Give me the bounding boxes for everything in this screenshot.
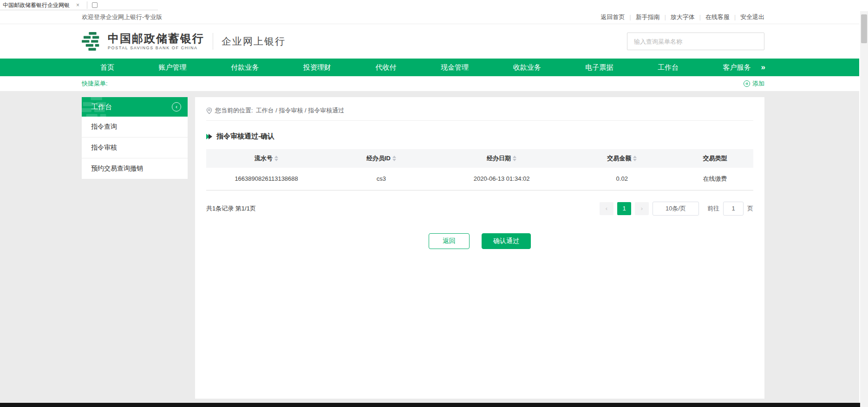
sort-caret-icon[interactable]	[633, 156, 637, 161]
breadcrumb: 您当前的位置: 工作台 / 指令审核 / 指令审核通过	[206, 97, 753, 121]
table-cell: cs3	[326, 168, 436, 190]
bank-brand: 中国邮政储蓄银行 POSTAL SAVINGS BANK OF CHINA	[108, 33, 204, 50]
table-cell: 在线缴费	[677, 168, 753, 190]
sidebar-item-2[interactable]: 预约交易查询撤销	[82, 158, 188, 179]
table-row: 1663890826113138688cs32020-06-13 01:34:0…	[206, 168, 753, 190]
new-tab-button[interactable]	[92, 2, 98, 8]
action-buttons: 返回 确认通过	[206, 233, 753, 249]
main-nav: 首页账户管理付款业务投资理财代收付现金管理收款业务电子票据工作台 客户服务 »	[0, 59, 859, 76]
bank-name-en: POSTAL SAVINGS BANK OF CHINA	[108, 46, 204, 50]
nav-item-6[interactable]: 收款业务	[513, 59, 541, 76]
browser-tab[interactable]: 中国邮政储蓄银行企业网银 ×	[0, 0, 98, 10]
nav-item-0[interactable]: 首页	[100, 59, 114, 76]
browser-tab-strip: 中国邮政储蓄银行企业网银 ×	[0, 0, 868, 10]
scrollbar-thumb[interactable]	[861, 14, 867, 43]
tab-separator	[87, 1, 87, 9]
table-footer: 共1条记录 第1/1页 ‹ 1 › 10条/页 前往 页	[206, 202, 753, 216]
goto-label: 前往	[707, 204, 719, 213]
prev-page-button[interactable]: ‹	[600, 202, 613, 215]
bank-name-cn: 中国邮政储蓄银行	[108, 33, 204, 44]
sort-caret-icon[interactable]	[392, 156, 396, 161]
column-header-1[interactable]: 经办员ID	[326, 149, 436, 168]
tab-close-icon[interactable]: ×	[76, 2, 79, 8]
table-cell: 0.02	[567, 168, 677, 190]
column-header-4: 交易类型	[677, 149, 753, 168]
page-size-select[interactable]: 10条/页	[653, 202, 699, 216]
header-divider	[213, 33, 213, 50]
top-link-0[interactable]: 返回首页	[601, 13, 625, 21]
nav-item-3[interactable]: 投资理财	[303, 59, 331, 76]
next-page-button[interactable]: ›	[635, 202, 649, 215]
add-label: 添加	[752, 79, 764, 88]
sort-caret-icon[interactable]	[274, 156, 278, 161]
column-header-0[interactable]: 流水号	[206, 149, 326, 168]
portal-name: 企业网上银行	[222, 35, 286, 48]
nav-item-1[interactable]: 账户管理	[159, 59, 187, 76]
location-pin-icon	[206, 107, 212, 114]
tab-title: 中国邮政储蓄银行企业网银	[3, 1, 70, 9]
menu-search-input[interactable]	[627, 33, 764, 50]
nav-item-7[interactable]: 电子票据	[585, 59, 613, 76]
goto-page-input[interactable]	[723, 202, 744, 216]
nav-more-icon[interactable]: »	[761, 63, 764, 72]
back-button[interactable]: 返回	[429, 233, 470, 249]
top-link-3[interactable]: 在线客服	[705, 13, 730, 21]
audit-table: 流水号经办员ID经办日期交易金额交易类型 1663890826113138688…	[206, 149, 753, 190]
link-separator: |	[630, 14, 631, 20]
pagination: ‹ 1 › 10条/页 前往 页	[600, 202, 753, 216]
table-cell: 1663890826113138688	[206, 168, 326, 190]
site-header: 中国邮政储蓄银行 POSTAL SAVINGS BANK OF CHINA 企业…	[0, 24, 859, 59]
main-panel: 您当前的位置: 工作台 / 指令审核 / 指令审核通过 指令审核通过-确认 流水…	[195, 97, 764, 399]
top-link-4[interactable]: 安全退出	[740, 13, 764, 21]
page-body: 工作台 ‹ 指令查询指令审核预约交易查询撤销 您当前的位置: 工作台 / 指令审…	[0, 91, 859, 403]
sidebar-title: 工作台	[91, 103, 112, 112]
top-link-2[interactable]: 放大字体	[671, 13, 695, 21]
page-scrollbar[interactable]	[860, 11, 868, 407]
column-header-3[interactable]: 交易金额	[567, 149, 677, 168]
sidebar: 工作台 ‹ 指令查询指令审核预约交易查询撤销	[82, 97, 188, 399]
add-quick-menu-button[interactable]: 添加	[744, 79, 764, 88]
quick-menu-bar: 快捷菜单: 添加	[0, 76, 859, 91]
table-cell: 2020-06-13 01:34:02	[436, 168, 568, 190]
sort-caret-icon[interactable]	[513, 156, 516, 161]
link-separator: |	[734, 14, 736, 20]
psbc-logo-icon	[82, 32, 103, 51]
nav-item-customer-service[interactable]: 客户服务	[723, 59, 751, 76]
sidebar-collapse-icon[interactable]: ‹	[172, 102, 181, 112]
confirm-pass-button[interactable]: 确认通过	[482, 233, 531, 249]
welcome-bar: 欢迎登录企业网上银行-专业版 返回首页|新手指南|放大字体|在线客服|安全退出	[0, 10, 859, 24]
nav-item-5[interactable]: 现金管理	[441, 59, 469, 76]
page-unit-label: 页	[747, 204, 753, 213]
sidebar-item-1[interactable]: 指令审核	[82, 138, 188, 158]
welcome-text: 欢迎登录企业网上银行-专业版	[82, 13, 162, 21]
column-header-2[interactable]: 经办日期	[436, 149, 568, 168]
top-link-1[interactable]: 新手指南	[636, 13, 660, 21]
quick-menu-label: 快捷菜单:	[82, 79, 108, 88]
record-summary: 共1条记录 第1/1页	[206, 204, 256, 213]
link-separator: |	[699, 14, 701, 20]
top-links: 返回首页|新手指南|放大字体|在线客服|安全退出	[601, 13, 765, 21]
nav-item-8[interactable]: 工作台	[658, 59, 679, 76]
nav-item-4[interactable]: 代收付	[375, 59, 396, 76]
sidebar-header[interactable]: 工作台 ‹	[82, 97, 188, 117]
section-title: 指令审核通过-确认	[216, 132, 274, 141]
link-separator: |	[665, 14, 666, 20]
breadcrumb-path: 工作台 / 指令审核 / 指令审核通过	[256, 106, 345, 115]
sidebar-item-0[interactable]: 指令查询	[82, 117, 188, 138]
bottom-black-bar	[0, 403, 862, 407]
breadcrumb-prefix: 您当前的位置:	[215, 106, 253, 115]
plus-circle-icon	[744, 80, 750, 87]
section-title-row: 指令审核通过-确认	[206, 132, 753, 141]
page-number-button[interactable]: 1	[617, 202, 631, 215]
nav-item-2[interactable]: 付款业务	[231, 59, 259, 76]
app-window: 中国邮政储蓄银行企业网银 × 欢迎登录企业网上银行-专业版 返回首页|新手指南|…	[0, 0, 868, 407]
double-arrow-icon	[206, 134, 212, 139]
